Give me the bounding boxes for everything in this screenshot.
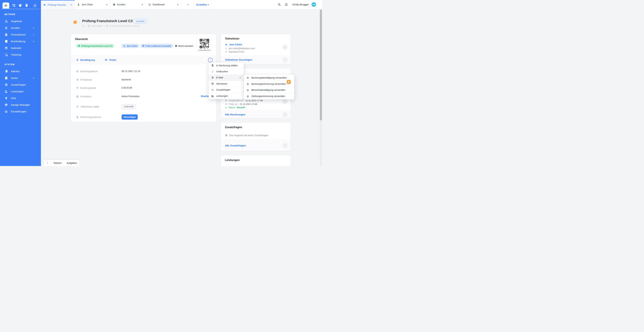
ticket-link[interactable]: Ticket [105, 58, 116, 61]
sidebar-item-design-manager[interactable]: Design Manager [0, 102, 41, 108]
trash-button[interactable] [25, 4, 28, 7]
tab-pruefung-franzoesisch[interactable]: Prüfung Französ... [41, 0, 75, 9]
tab-jeni-cletis[interactable]: Jeni Cletis [75, 0, 110, 9]
participant-actions-button[interactable] [282, 44, 288, 50]
avatar[interactable]: CB [311, 2, 316, 7]
participant-name-link[interactable]: Jeni Cletis [225, 43, 242, 46]
tab-dashboard[interactable]: Dashboard [146, 0, 182, 9]
breadcrumb-item-buchungen[interactable]: Buchungen [92, 25, 103, 27]
tab-kunden[interactable]: Kunden [110, 0, 146, 9]
sidebar-item-buchhaltung[interactable]: Buchhaltung [0, 38, 41, 45]
at-icon: @ [211, 76, 214, 79]
invoice-icon [211, 64, 214, 67]
close-icon[interactable] [106, 3, 108, 6]
sidebar-section-system: SYSTEM [0, 63, 41, 66]
sidebar-item-leistungen[interactable]: Leistungen [0, 88, 41, 95]
sidebar-item-label: Buchhaltung [11, 40, 25, 43]
all-invoices-link[interactable]: Alle Rechnungen [225, 113, 246, 116]
tab-notizen[interactable]: Notizen [54, 162, 62, 164]
menu-item-leistungen[interactable]: Leistungen [209, 93, 244, 99]
sidebar-item-label: Ticketing [11, 53, 21, 56]
overview-toolbar: Bestätigung Ticket [71, 55, 216, 64]
menu-item-umbuchen[interactable]: Umbuchen [209, 68, 244, 75]
chevron-right-icon [32, 34, 35, 36]
create-tab-button[interactable]: Erstellen + [194, 0, 212, 9]
person-icon [123, 45, 126, 47]
submenu-item-buchungserinnerung[interactable]: Buchungserinnerung versenden [244, 81, 294, 87]
search-button[interactable] [278, 3, 281, 6]
scrollbar-track[interactable] [320, 9, 322, 166]
tab-aufgaben[interactable]: Aufgaben [66, 162, 77, 164]
submenu-item-buchungsbestaetigung[interactable]: Buchungsbestätigung versenden [244, 75, 294, 81]
coins-icon [225, 51, 228, 53]
tab-label: Prüfung Französ... [48, 3, 68, 6]
invoice-due-row: Fällig am: 21.11.2021 17:48 [225, 103, 257, 105]
add-participant-link[interactable]: Teilnehmer hinzufügen [225, 58, 252, 61]
sidebar-item-label: Kalender [11, 47, 21, 50]
menu-item-in-rechnung-stellen[interactable]: In Rechnung stellen [209, 62, 244, 68]
sidebar-item-angebote[interactable]: Angebote [0, 18, 41, 25]
archive-icon [18, 4, 22, 7]
all-questions-link[interactable]: Alle Zusatzfragen [225, 144, 246, 147]
participants-footer-actions-button[interactable] [282, 57, 288, 63]
sidebar-item-konto[interactable]: Konto [0, 75, 41, 81]
sidebar-item-ticketing[interactable]: Ticketing [0, 51, 41, 58]
app-root: BETRIEB Angebote Kunden Promotionen Buch… [0, 0, 322, 166]
row-rechnungsadresse: Rechnungsadresse [76, 115, 101, 119]
submenu-item-zahlungserinnerung[interactable]: Zahlungserinnerung versenden [244, 93, 294, 99]
kebab-menu-icon [284, 144, 286, 147]
sidebar-item-kunden[interactable]: Kunden [0, 25, 41, 31]
questions-empty-row: Das Angebot hat keine Zusatzfragen [225, 134, 268, 137]
menu-item-email[interactable]: @E-Mail [209, 75, 244, 81]
ticket-icon [43, 3, 46, 6]
calendar-icon [225, 100, 227, 102]
sidebar-item-label: Einstellungen [11, 110, 26, 113]
menu-toggle-button[interactable] [2, 2, 9, 8]
participants-card: Teilnehmer Jeni Cletis jeni.cletis@edoob… [221, 34, 291, 64]
tree-view-button[interactable] [12, 4, 16, 7]
sidebar-item-promotionen[interactable]: Promotionen [0, 31, 41, 38]
page-title: Prüfung Französisch Level C2 [82, 19, 133, 23]
home-button[interactable] [33, 4, 37, 7]
overview-actions-button[interactable] [208, 58, 213, 62]
bottom-bar-menu-icon[interactable] [46, 162, 49, 164]
sidebar-item-label: Leistungen [11, 90, 24, 93]
sidebar-item-orte[interactable]: Orte [0, 95, 41, 102]
questions-card-footer: Alle Zusatzfragen [221, 140, 291, 151]
sidebar-item-zusatzfragen[interactable]: ?Zusatzfragen [0, 81, 41, 88]
questions-footer-actions-button[interactable] [282, 143, 288, 148]
question-icon: ? [211, 88, 214, 91]
menu-item-zusatzfragen[interactable]: ?Zusatzfragen [209, 87, 244, 93]
menu-item-stornieren[interactable]: Stornieren [209, 81, 244, 87]
confirmation-link[interactable]: Bestätigung [76, 58, 95, 61]
scrollbar-thumb[interactable] [320, 10, 322, 120]
archive-button[interactable] [18, 4, 22, 7]
calendar-icon [142, 45, 144, 47]
close-icon[interactable] [177, 3, 179, 6]
menu-item-label: Stornieren [216, 82, 228, 85]
tab-overflow-button[interactable] [182, 0, 194, 9]
sidebar-item-admins[interactable]: Admins [0, 68, 41, 75]
cube-icon [78, 45, 80, 47]
notifications-button[interactable] [284, 3, 288, 6]
invoice-actions-button[interactable] [282, 99, 288, 104]
envelope-icon [246, 82, 249, 85]
row-buchungstotal: Buchungstotal [76, 86, 96, 90]
booking-id-badge: #210001 [134, 19, 147, 24]
invoices-footer-actions-button[interactable] [282, 112, 288, 117]
badge-label: Jeni Cletis [126, 45, 137, 47]
check-icon [225, 106, 227, 109]
submenu-item-besuchsbestaetigung[interactable]: Besuchsbestätigung versenden [244, 87, 294, 93]
sidebar-item-kalender[interactable]: Kalender [0, 45, 41, 51]
saldo-input[interactable] [122, 104, 136, 109]
close-icon[interactable] [70, 4, 72, 6]
topbar-right: Cindy Brugger CB [274, 0, 322, 9]
tab-label: Jeni Cletis [82, 3, 104, 6]
sidebar-item-einstellungen[interactable]: Einstellungen [0, 108, 41, 115]
envelope-icon [246, 95, 249, 98]
add-billing-address-button[interactable]: Hinzufügen [122, 114, 138, 120]
home-icon[interactable] [82, 25, 85, 27]
sidebar: BETRIEB Angebote Kunden Promotionen Buch… [0, 0, 41, 166]
coins-icon [76, 105, 79, 108]
close-icon[interactable] [141, 3, 144, 6]
